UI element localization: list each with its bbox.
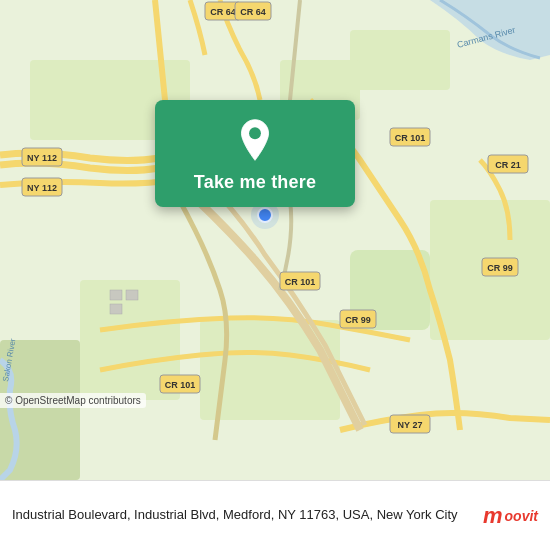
map-background: NY 112 NY 112 CR 64 CR 64 CR 16 CR 101 C… — [0, 0, 550, 480]
copyright-text: © OpenStreetMap contributors — [0, 393, 146, 408]
svg-text:CR 64: CR 64 — [240, 7, 266, 17]
location-card: Take me there — [155, 100, 355, 207]
moovit-logo: m oovit — [483, 503, 538, 529]
moovit-rest-text: oovit — [505, 508, 538, 524]
svg-text:CR 101: CR 101 — [165, 380, 196, 390]
moovit-m-letter: m — [483, 503, 503, 529]
svg-text:NY 112: NY 112 — [27, 153, 57, 163]
bottom-bar: Industrial Boulevard, Industrial Blvd, M… — [0, 480, 550, 550]
map-container: NY 112 NY 112 CR 64 CR 64 CR 16 CR 101 C… — [0, 0, 550, 480]
svg-text:CR 99: CR 99 — [345, 315, 371, 325]
location-pin-icon — [233, 118, 277, 162]
svg-text:CR 21: CR 21 — [495, 160, 521, 170]
svg-rect-38 — [110, 304, 122, 314]
svg-text:NY 112: NY 112 — [27, 183, 57, 193]
svg-rect-6 — [350, 30, 450, 90]
svg-point-41 — [249, 127, 261, 139]
svg-text:CR 64: CR 64 — [210, 7, 236, 17]
svg-rect-36 — [110, 290, 122, 300]
svg-text:CR 101: CR 101 — [395, 133, 426, 143]
address-text: Industrial Boulevard, Industrial Blvd, M… — [12, 506, 471, 524]
svg-rect-37 — [126, 290, 138, 300]
svg-text:CR 99: CR 99 — [487, 263, 513, 273]
take-me-there-button[interactable]: Take me there — [194, 172, 316, 193]
svg-text:CR 101: CR 101 — [285, 277, 316, 287]
svg-text:NY 27: NY 27 — [398, 420, 423, 430]
